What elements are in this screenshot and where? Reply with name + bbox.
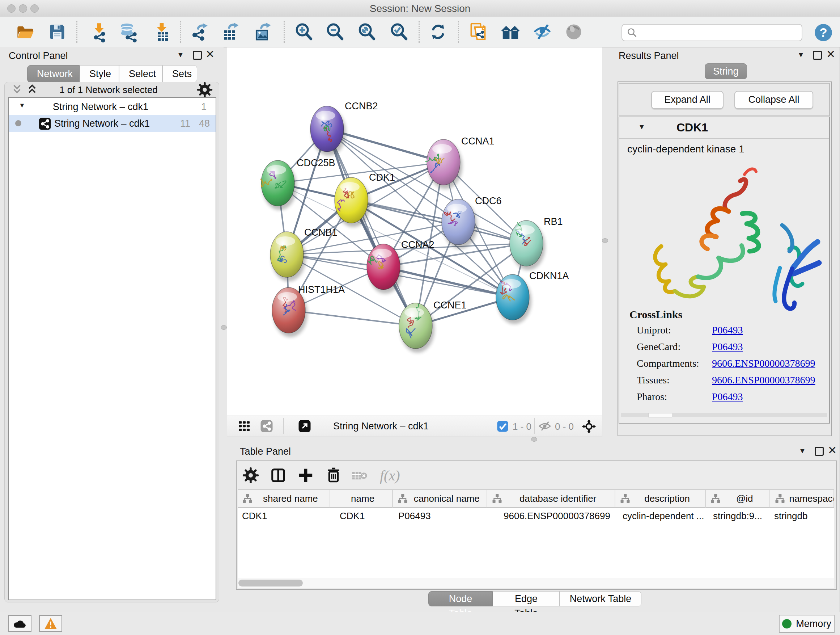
protein-card-header[interactable]: ▼ CDK1 bbox=[619, 117, 829, 139]
zoom-in-icon[interactable] bbox=[294, 22, 313, 41]
results-panel-menu-icon[interactable]: ▼ bbox=[797, 51, 805, 59]
table-cell[interactable]: 9606.ENSP00000378699 bbox=[487, 508, 616, 524]
control-panel-menu-icon[interactable]: ▼ bbox=[177, 51, 184, 59]
zoom-out-icon[interactable] bbox=[325, 22, 344, 41]
save-session-icon[interactable] bbox=[48, 22, 66, 41]
network-node-CCNB2[interactable]: CCNB2 bbox=[310, 101, 378, 156]
column-header-database-identifier[interactable]: database identifier bbox=[487, 490, 615, 508]
column-header-description[interactable]: description bbox=[615, 490, 706, 508]
refresh-view-icon[interactable] bbox=[429, 22, 447, 41]
table-cell[interactable]: P06493 bbox=[393, 508, 487, 524]
network-node-HIST1H1A[interactable]: HIST1H1A bbox=[272, 284, 345, 337]
network-node-CCNE1[interactable]: CCNE1 bbox=[399, 300, 467, 353]
results-panel-close-icon[interactable]: ✕ bbox=[826, 49, 835, 60]
open-session-folder-icon[interactable] bbox=[16, 22, 35, 41]
network-row-selected[interactable]: String Network – cdk1 11 48 bbox=[9, 115, 216, 132]
table-cell[interactable]: CDK1 bbox=[330, 508, 393, 524]
tab-edge-table[interactable]: Edge Table bbox=[493, 591, 560, 606]
tab-style[interactable]: Style bbox=[80, 65, 119, 82]
network-graph[interactable]: CCNB2CCNA1CDC25BCDK1CDC6RB1CCNB1CCNA2CDK… bbox=[227, 48, 602, 416]
search-box[interactable] bbox=[622, 24, 802, 41]
show-columns-icon[interactable] bbox=[270, 467, 286, 484]
cloud-status-button[interactable] bbox=[8, 615, 32, 632]
results-panel-float-icon[interactable] bbox=[813, 51, 822, 60]
collection-expander-icon[interactable]: ▼ bbox=[19, 102, 25, 109]
table-panel-menu-icon[interactable]: ▼ bbox=[799, 447, 806, 455]
export-network-icon[interactable] bbox=[190, 22, 209, 41]
card-horizontal-scrollbar[interactable] bbox=[621, 413, 827, 417]
expand-all-button[interactable]: Expand All bbox=[651, 91, 723, 109]
string-view-icon[interactable] bbox=[259, 420, 275, 432]
control-panel-close-icon[interactable]: ✕ bbox=[205, 49, 215, 60]
network-node-CDK1[interactable]: CDK1 bbox=[335, 172, 395, 227]
right-splitter-handle[interactable] bbox=[602, 238, 608, 243]
crosslink-link[interactable]: 9606.ENSP00000378699 bbox=[712, 374, 815, 386]
edge-HIST1H1A-CCNE1[interactable] bbox=[289, 310, 416, 326]
crosslink-link[interactable]: P06493 bbox=[712, 325, 743, 336]
help-icon[interactable]: ? bbox=[814, 23, 833, 42]
hide-selected-eye-slash-icon[interactable] bbox=[533, 22, 552, 41]
add-column-plus-icon[interactable] bbox=[297, 467, 314, 484]
column-header-namespace[interactable]: namespace bbox=[770, 490, 834, 508]
bottom-splitter-handle[interactable] bbox=[531, 437, 537, 442]
table-cell[interactable]: stringdb:9... bbox=[706, 508, 771, 524]
tab-network-table[interactable]: Network Table bbox=[560, 591, 641, 606]
export-table-icon[interactable] bbox=[221, 22, 240, 41]
first-neighbors-houses-icon[interactable] bbox=[501, 22, 520, 41]
gear-icon[interactable] bbox=[197, 82, 213, 98]
tab-node-table[interactable]: Node Table bbox=[428, 591, 493, 606]
protein-card-expander-icon[interactable]: ▼ bbox=[638, 123, 645, 131]
network-view-canvas[interactable]: CCNB2CCNA1CDC25BCDK1CDC6RB1CCNB1CCNA2CDK… bbox=[227, 47, 602, 416]
column-header-shared-name[interactable]: shared name bbox=[238, 490, 330, 508]
network-node-RB1[interactable]: RB1 bbox=[510, 216, 563, 270]
gear-icon[interactable] bbox=[242, 467, 259, 484]
collapse-all-chevrons-icon[interactable] bbox=[11, 84, 23, 95]
network-node-CDKN1A[interactable]: CDKN1A bbox=[496, 271, 569, 324]
import-network-database-icon[interactable] bbox=[119, 22, 138, 41]
column-header--id[interactable]: @id bbox=[706, 490, 770, 508]
network-node-CCNB1[interactable]: CCNB1 bbox=[270, 227, 338, 281]
table-cell[interactable]: CDK1 bbox=[238, 508, 330, 524]
crosslink-link[interactable]: P06493 bbox=[712, 391, 743, 402]
edge-CCNB2-CCNE1[interactable] bbox=[327, 129, 416, 326]
tab-sets[interactable]: Sets bbox=[163, 65, 197, 82]
network-collection-row[interactable]: ▼ String Network – cdk1 1 bbox=[9, 98, 216, 115]
selected-nodes-checkbox-icon[interactable] bbox=[497, 420, 508, 432]
tab-select[interactable]: Select bbox=[119, 65, 163, 82]
table-horizontal-scrollbar[interactable] bbox=[238, 578, 834, 588]
search-input[interactable] bbox=[640, 27, 802, 38]
grid-view-icon[interactable] bbox=[238, 420, 251, 432]
table-panel-close-icon[interactable]: ✕ bbox=[828, 445, 837, 456]
left-splitter-handle[interactable] bbox=[221, 325, 227, 330]
column-header-canonical-name[interactable]: canonical name bbox=[393, 490, 487, 508]
warnings-button[interactable] bbox=[39, 615, 62, 632]
control-panel-float-icon[interactable] bbox=[193, 51, 202, 60]
copy-style-documents-icon[interactable] bbox=[469, 22, 488, 41]
table-cell[interactable]: stringdb bbox=[771, 508, 834, 524]
export-image-icon[interactable] bbox=[253, 22, 272, 41]
table-cell[interactable]: cyclin-dependent ... bbox=[616, 508, 706, 524]
delete-column-trash-icon[interactable] bbox=[325, 466, 342, 484]
network-node-CDC6[interactable]: CDC6 bbox=[442, 195, 502, 249]
memory-button[interactable]: Memory bbox=[779, 615, 835, 633]
zoom-selected-icon[interactable] bbox=[390, 22, 409, 41]
network-node-CDC25B[interactable]: CDC25B bbox=[261, 157, 335, 210]
collapse-all-button[interactable]: Collapse All bbox=[734, 91, 813, 109]
import-network-file-icon[interactable] bbox=[90, 22, 109, 41]
fit-selected-crosshair-icon[interactable] bbox=[582, 419, 596, 434]
card-scrollbar-thumb[interactable] bbox=[648, 413, 672, 417]
import-table-file-icon[interactable] bbox=[152, 22, 171, 41]
table-row[interactable]: CDK1CDK1P064939606.ENSP00000378699cyclin… bbox=[238, 508, 834, 524]
crosslink-link[interactable]: P06493 bbox=[712, 341, 743, 353]
crosslink-link[interactable]: 9606.ENSP00000378699 bbox=[712, 358, 815, 369]
tab-string[interactable]: String bbox=[705, 63, 747, 79]
detach-view-icon[interactable] bbox=[297, 420, 313, 432]
column-header-name[interactable]: name bbox=[330, 490, 393, 508]
show-all-eye-icon[interactable] bbox=[564, 22, 583, 41]
table-panel-float-icon[interactable] bbox=[815, 447, 824, 456]
network-node-CCNA1[interactable]: CCNA1 bbox=[426, 136, 494, 189]
table-scrollbar-thumb[interactable] bbox=[238, 580, 303, 586]
tab-network[interactable]: Network bbox=[27, 65, 80, 82]
expand-all-chevrons-icon[interactable] bbox=[26, 84, 38, 95]
zoom-fit-content-icon[interactable] bbox=[357, 22, 376, 41]
